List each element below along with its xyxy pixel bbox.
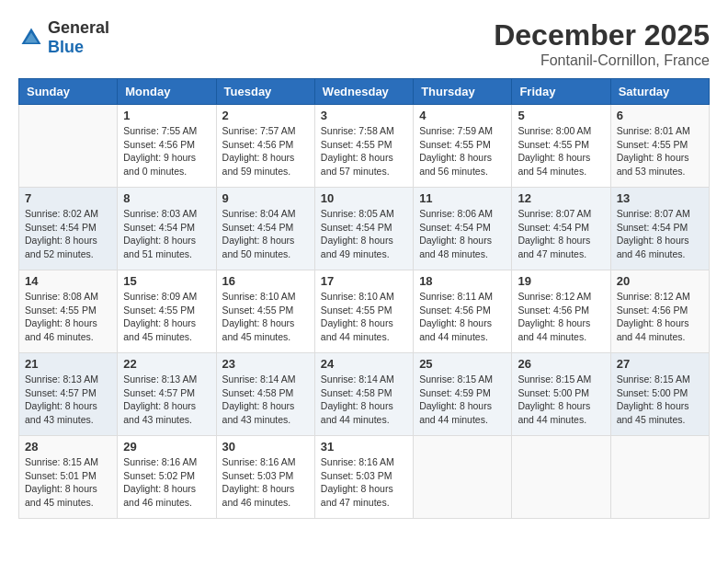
- day-number: 21: [25, 357, 111, 371]
- sunrise-text: Sunrise: 7:57 AM: [222, 124, 309, 138]
- sunset-text: Sunset: 4:54 PM: [518, 221, 604, 235]
- daylight-text: Daylight: 8 hours and 43 minutes.: [222, 399, 309, 426]
- daylight-text: Daylight: 8 hours and 53 minutes.: [617, 151, 703, 178]
- calendar-day-cell: 3Sunrise: 7:58 AMSunset: 4:55 PMDaylight…: [314, 105, 413, 188]
- day-info: Sunrise: 8:10 AMSunset: 4:55 PMDaylight:…: [321, 290, 407, 344]
- calendar-day-cell: 7Sunrise: 8:02 AMSunset: 4:54 PMDaylight…: [19, 188, 118, 270]
- daylight-text: Daylight: 8 hours and 50 minutes.: [222, 234, 309, 260]
- weekday-header-row: SundayMondayTuesdayWednesdayThursdayFrid…: [19, 79, 710, 105]
- day-info: Sunrise: 8:12 AMSunset: 4:56 PMDaylight:…: [518, 290, 604, 344]
- calendar-day-cell: 13Sunrise: 8:07 AMSunset: 4:54 PMDayligh…: [610, 188, 709, 270]
- sunset-text: Sunset: 4:54 PM: [321, 221, 407, 235]
- day-info: Sunrise: 8:04 AMSunset: 4:54 PMDaylight:…: [222, 207, 309, 261]
- sunset-text: Sunset: 4:55 PM: [321, 304, 407, 317]
- day-number: 27: [617, 357, 703, 371]
- calendar-day-cell: 11Sunrise: 8:06 AMSunset: 4:54 PMDayligh…: [414, 188, 512, 270]
- day-info: Sunrise: 8:14 AMSunset: 4:58 PMDaylight:…: [222, 373, 309, 427]
- day-info: Sunrise: 8:16 AMSunset: 5:02 PMDaylight:…: [123, 455, 210, 510]
- daylight-text: Daylight: 8 hours and 48 minutes.: [419, 234, 506, 260]
- sunset-text: Sunset: 4:54 PM: [419, 221, 506, 235]
- sunrise-text: Sunrise: 8:15 AM: [617, 373, 703, 386]
- daylight-text: Daylight: 8 hours and 44 minutes.: [518, 399, 604, 426]
- calendar-day-cell: 19Sunrise: 8:12 AMSunset: 4:56 PMDayligh…: [512, 270, 610, 353]
- sunrise-text: Sunrise: 8:05 AM: [321, 207, 407, 221]
- day-number: 16: [222, 274, 309, 288]
- logo-general-text: General: [48, 18, 109, 37]
- calendar-day-cell: 16Sunrise: 8:10 AMSunset: 4:55 PMDayligh…: [216, 270, 314, 353]
- sunset-text: Sunset: 4:55 PM: [419, 138, 506, 152]
- day-info: Sunrise: 8:07 AMSunset: 4:54 PMDaylight:…: [617, 207, 703, 261]
- calendar-title: December 2025: [494, 18, 710, 52]
- daylight-text: Daylight: 9 hours and 0 minutes.: [123, 151, 210, 178]
- sunrise-text: Sunrise: 8:15 AM: [419, 373, 506, 386]
- calendar-day-cell: 4Sunrise: 7:59 AMSunset: 4:55 PMDaylight…: [414, 105, 512, 188]
- day-info: Sunrise: 8:14 AMSunset: 4:58 PMDaylight:…: [321, 373, 407, 427]
- day-number: 7: [25, 191, 111, 205]
- day-info: Sunrise: 8:15 AMSunset: 5:00 PMDaylight:…: [518, 373, 604, 427]
- sunset-text: Sunset: 5:00 PM: [617, 386, 703, 400]
- day-number: 28: [25, 440, 111, 454]
- calendar-day-cell: 14Sunrise: 8:08 AMSunset: 4:55 PMDayligh…: [19, 270, 118, 353]
- day-info: Sunrise: 7:58 AMSunset: 4:55 PMDaylight:…: [321, 124, 407, 178]
- day-info: Sunrise: 8:13 AMSunset: 4:57 PMDaylight:…: [123, 373, 210, 427]
- sunrise-text: Sunrise: 8:14 AM: [222, 373, 309, 386]
- sunrise-text: Sunrise: 8:16 AM: [123, 455, 210, 469]
- daylight-text: Daylight: 8 hours and 52 minutes.: [25, 234, 111, 260]
- daylight-text: Daylight: 8 hours and 54 minutes.: [518, 151, 604, 178]
- day-number: 2: [222, 109, 309, 122]
- sunrise-text: Sunrise: 8:16 AM: [222, 455, 309, 469]
- day-info: Sunrise: 8:16 AMSunset: 5:03 PMDaylight:…: [222, 455, 309, 510]
- calendar-subtitle: Fontanil-Cornillon, France: [494, 52, 710, 69]
- sunset-text: Sunset: 4:56 PM: [617, 304, 703, 317]
- sunrise-text: Sunrise: 8:03 AM: [123, 207, 210, 221]
- day-number: 26: [518, 357, 604, 371]
- day-number: 10: [321, 191, 407, 205]
- day-number: 11: [419, 191, 506, 205]
- weekday-header-wednesday: Wednesday: [314, 79, 413, 105]
- daylight-text: Daylight: 8 hours and 46 minutes.: [222, 482, 309, 509]
- calendar-day-cell: 23Sunrise: 8:14 AMSunset: 4:58 PMDayligh…: [216, 353, 314, 436]
- day-info: Sunrise: 8:10 AMSunset: 4:55 PMDaylight:…: [222, 290, 309, 344]
- sunset-text: Sunset: 4:56 PM: [518, 304, 604, 317]
- day-info: Sunrise: 8:07 AMSunset: 4:54 PMDaylight:…: [518, 207, 604, 261]
- day-number: 17: [321, 274, 407, 288]
- sunrise-text: Sunrise: 8:14 AM: [321, 373, 407, 386]
- day-number: 9: [222, 191, 309, 205]
- sunset-text: Sunset: 4:54 PM: [617, 221, 703, 235]
- sunset-text: Sunset: 5:01 PM: [25, 469, 111, 483]
- daylight-text: Daylight: 8 hours and 44 minutes.: [419, 316, 506, 343]
- daylight-text: Daylight: 8 hours and 44 minutes.: [321, 316, 407, 343]
- sunset-text: Sunset: 5:00 PM: [518, 386, 604, 400]
- sunrise-text: Sunrise: 8:11 AM: [419, 290, 506, 304]
- daylight-text: Daylight: 8 hours and 57 minutes.: [321, 151, 407, 178]
- sunrise-text: Sunrise: 8:15 AM: [518, 373, 604, 386]
- daylight-text: Daylight: 8 hours and 47 minutes.: [321, 482, 407, 509]
- sunset-text: Sunset: 5:02 PM: [123, 469, 210, 483]
- daylight-text: Daylight: 8 hours and 45 minutes.: [222, 316, 309, 343]
- day-info: Sunrise: 8:01 AMSunset: 4:55 PMDaylight:…: [617, 124, 703, 178]
- page-header: General Blue December 2025 Fontanil-Corn…: [18, 18, 710, 69]
- title-block: December 2025 Fontanil-Cornillon, France: [494, 18, 710, 69]
- sunrise-text: Sunrise: 8:02 AM: [25, 207, 111, 221]
- sunset-text: Sunset: 4:54 PM: [222, 221, 309, 235]
- sunset-text: Sunset: 4:56 PM: [222, 138, 309, 152]
- sunrise-text: Sunrise: 8:07 AM: [617, 207, 703, 221]
- sunrise-text: Sunrise: 8:08 AM: [25, 290, 111, 304]
- day-info: Sunrise: 7:59 AMSunset: 4:55 PMDaylight:…: [419, 124, 506, 178]
- sunrise-text: Sunrise: 8:13 AM: [123, 373, 210, 386]
- weekday-header-sunday: Sunday: [19, 79, 118, 105]
- calendar-day-cell: 29Sunrise: 8:16 AMSunset: 5:02 PMDayligh…: [118, 436, 216, 519]
- sunset-text: Sunset: 4:59 PM: [419, 386, 506, 400]
- calendar-week-row: 1Sunrise: 7:55 AMSunset: 4:56 PMDaylight…: [19, 105, 710, 188]
- calendar-day-cell: [414, 436, 512, 519]
- calendar-day-cell: 12Sunrise: 8:07 AMSunset: 4:54 PMDayligh…: [512, 188, 610, 270]
- calendar-day-cell: 26Sunrise: 8:15 AMSunset: 5:00 PMDayligh…: [512, 353, 610, 436]
- day-info: Sunrise: 8:12 AMSunset: 4:56 PMDaylight:…: [617, 290, 703, 344]
- sunrise-text: Sunrise: 8:12 AM: [518, 290, 604, 304]
- day-number: 15: [123, 274, 210, 288]
- sunrise-text: Sunrise: 8:06 AM: [419, 207, 506, 221]
- calendar-week-row: 28Sunrise: 8:15 AMSunset: 5:01 PMDayligh…: [19, 436, 710, 519]
- day-info: Sunrise: 8:08 AMSunset: 4:55 PMDaylight:…: [25, 290, 111, 344]
- day-info: Sunrise: 8:15 AMSunset: 5:00 PMDaylight:…: [617, 373, 703, 427]
- calendar-week-row: 7Sunrise: 8:02 AMSunset: 4:54 PMDaylight…: [19, 188, 710, 270]
